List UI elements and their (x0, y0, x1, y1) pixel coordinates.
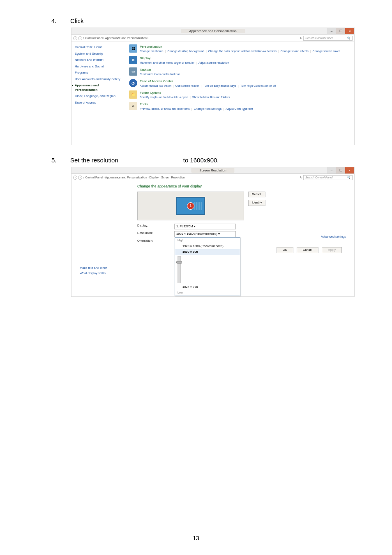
refresh-button[interactable]: ↻ (300, 36, 302, 40)
search-placeholder: Search Control Panel (305, 176, 333, 180)
category-title[interactable]: Display (140, 56, 229, 60)
page-number: 13 (193, 534, 199, 543)
sidebar-item-system[interactable]: System and Security (75, 52, 122, 56)
detect-button[interactable]: Detect (248, 192, 265, 198)
separator: | (223, 107, 224, 111)
category-icon: ▭ (129, 67, 137, 76)
separator: | (191, 107, 192, 111)
search-input[interactable]: Search Control Panel 🔍 (303, 36, 353, 41)
sidebar-item-programs[interactable]: Programs (75, 71, 122, 75)
apply-button[interactable]: Apply (322, 247, 342, 253)
breadcrumb[interactable]: Control Panel › Appearance and Personali… (85, 176, 185, 180)
category-link[interactable]: Adjust screen resolution (198, 61, 229, 65)
category-title[interactable]: Folder Options (140, 90, 230, 95)
category-link[interactable]: Change desktop background (167, 49, 204, 53)
minimize-button[interactable]: – (327, 167, 336, 173)
maximize-button[interactable]: ☐ (336, 28, 345, 34)
window-title: Screen Resolution (191, 168, 234, 173)
display-value: 1. PL3270M ▾ (176, 224, 196, 229)
category-link[interactable]: Change Font Settings (194, 107, 222, 111)
sidebar-item-home[interactable]: Control Panel Home (75, 45, 122, 50)
advanced-settings-link[interactable]: Advanced settings (321, 235, 346, 239)
category-link[interactable]: Adjust ClearType text (226, 107, 253, 111)
breadcrumb[interactable]: Control Panel › Appearance and Personali… (85, 36, 149, 40)
category-links: Accommodate low vision|Use screen reader… (140, 84, 276, 88)
back-button[interactable]: ‹ (73, 36, 77, 40)
sidebar: Control Panel Home System and Security N… (71, 42, 125, 145)
resolution-label: Resolution: (137, 231, 170, 236)
category-link[interactable]: Customize icons on the taskbar (140, 72, 180, 76)
category-link[interactable]: Specify single- or double-click to open (140, 95, 188, 99)
category-link[interactable]: Use screen reader (175, 84, 199, 88)
main-panel: 🖼PersonalizationChange the theme|Change … (125, 42, 354, 145)
display-select[interactable]: 1. PL3270M ▾ (174, 224, 236, 230)
drop-low-label: Low (175, 290, 240, 296)
sidebar-item-hardware[interactable]: Hardware and Sound (75, 65, 122, 69)
category-link[interactable]: Show hidden files and folders (192, 95, 230, 99)
separator: | (278, 49, 279, 53)
monitor-icon: 1 (176, 197, 205, 215)
separator: | (201, 84, 201, 88)
drop-high-label: High (175, 238, 240, 243)
category-link[interactable]: Preview, delete, or show and hide fonts (140, 107, 190, 111)
category-link[interactable]: Change the color of your taskbar and win… (208, 49, 277, 53)
category-icon: 🖼 (129, 44, 137, 53)
category-links: Customize icons on the taskbar (140, 72, 180, 76)
separator: | (165, 49, 166, 53)
back-button[interactable]: ‹ (73, 176, 77, 180)
category-title[interactable]: Fonts (140, 102, 253, 106)
drop-option-1600x900[interactable]: 1600 × 900 (175, 249, 240, 255)
category-title[interactable]: Taskbar (140, 67, 180, 72)
resolution-slider[interactable] (175, 255, 240, 284)
category-link[interactable]: Change the theme (140, 49, 164, 53)
category-title[interactable]: Personalization (140, 44, 340, 49)
cancel-button[interactable]: Cancel (297, 247, 318, 253)
maximize-button[interactable]: ☐ (336, 167, 345, 173)
drop-option-1024x768[interactable]: 1024 × 768 (175, 284, 240, 290)
category-icon: 🖥 (129, 56, 137, 64)
category-link[interactable]: Make text and other items larger or smal… (140, 61, 194, 65)
sidebar-item-appearance[interactable]: Appearance and Personalization (75, 83, 122, 92)
minimize-button[interactable]: – (327, 28, 336, 34)
refresh-button[interactable]: ↻ (300, 176, 302, 180)
close-button[interactable]: × (345, 167, 354, 173)
category-link[interactable]: Change sound effects (281, 49, 309, 53)
category-links: Change the theme|Change desktop backgrou… (140, 49, 340, 53)
sidebar-item-ease[interactable]: Ease of Access (75, 101, 122, 105)
step-text-prefix: Set the resolution (70, 156, 118, 164)
category-title[interactable]: Ease of Access Center (140, 79, 276, 83)
category-group: 🖥DisplayMake text and other items larger… (129, 56, 350, 65)
drop-option-recommended[interactable]: 1920 × 1080 (Recommended) (175, 243, 240, 250)
category-link[interactable]: Turn High Contrast on or off (240, 84, 276, 88)
identify-button[interactable]: Identify (248, 200, 265, 206)
display-label: Display: (137, 224, 170, 228)
category-link[interactable]: Turn on easy access keys (203, 84, 236, 88)
link-what-display[interactable]: What display settin (80, 271, 129, 276)
search-icon: 🔍 (347, 36, 350, 40)
category-links: Specify single- or double-click to open|… (140, 95, 230, 99)
sidebar-item-clock[interactable]: Clock, Language, and Region (75, 94, 122, 99)
search-input[interactable]: Search Control Panel 🔍 (303, 175, 353, 180)
separator: | (196, 61, 197, 65)
step-text: Click (70, 16, 84, 25)
up-button[interactable]: ↑ (83, 36, 85, 40)
monitor-preview[interactable]: 1 (137, 192, 244, 220)
category-link[interactable]: Change screen saver (313, 49, 340, 53)
category-links: Make text and other items larger or smal… (140, 61, 229, 65)
resolution-select[interactable]: 1920 × 1080 (Recommended) ▾ High 1920 × … (174, 231, 236, 237)
forward-button[interactable]: › (78, 36, 82, 40)
link-make-text[interactable]: Make text and other (80, 266, 129, 271)
page-heading: Change the appearance of your display (137, 184, 350, 189)
close-button[interactable]: × (345, 28, 354, 34)
separator: | (238, 84, 239, 88)
sidebar-item-network[interactable]: Network and Internet (75, 58, 122, 62)
category-link[interactable]: Accommodate low vision (140, 84, 171, 88)
separator: | (206, 49, 207, 53)
category-group: ◔Ease of Access CenterAccommodate low vi… (129, 79, 350, 88)
resolution-dropdown: High 1920 × 1080 (Recommended) 1600 × 90… (175, 237, 240, 296)
step-text-suffix: to 1600x900. (183, 156, 219, 164)
ok-button[interactable]: OK (277, 247, 293, 253)
sidebar-item-users[interactable]: User Accounts and Family Safety (75, 77, 122, 82)
forward-button[interactable]: › (78, 176, 82, 180)
up-button[interactable]: ↑ (83, 176, 85, 180)
